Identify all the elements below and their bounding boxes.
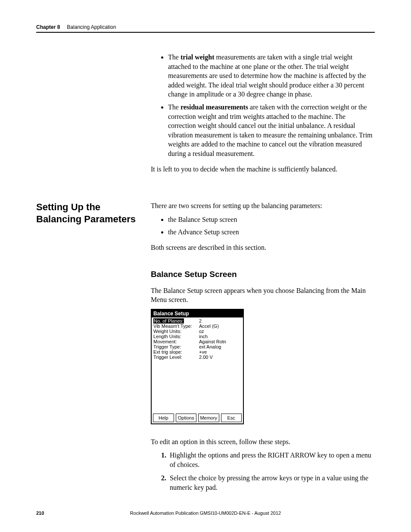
bullet-trial-weight: The trial weight measurements are taken …: [168, 53, 375, 99]
setup-bullet-balance: the Balance Setup screen: [168, 215, 375, 224]
device-row-value: oz: [199, 329, 241, 334]
publication-line: Rockwell Automation Publication GMSI10-U…: [36, 510, 375, 516]
page-footer: 210 Rockwell Automation Publication GMSI…: [36, 510, 375, 516]
device-row-value: Accel (G): [199, 324, 241, 329]
device-row-value: ext Analog: [199, 344, 241, 349]
chapter-title: Balancing Application: [67, 24, 116, 30]
section-heading: Setting Up the Balancing Parameters: [36, 201, 142, 225]
device-row: Vib Measm't Type: Accel (G): [153, 324, 241, 329]
device-row-label: Vib Measm't Type:: [153, 324, 199, 329]
block-continuation: The trial weight measurements are taken …: [36, 53, 375, 178]
device-row: Ext trig slope: +ve: [153, 349, 241, 355]
device-row: Trigger Level: 2.00 V: [153, 355, 241, 360]
subsection-intro: The Balance Setup screen appears when yo…: [151, 286, 375, 305]
softkey-esc[interactable]: Esc: [221, 414, 242, 422]
device-row-label: Trigger Type:: [153, 344, 199, 349]
device-row-value: inch: [199, 334, 241, 339]
device-row-value: Against Rotn: [199, 339, 241, 344]
device-row-label: No. of Planes:: [153, 318, 184, 324]
edit-steps: Highlight the options and press the RIGH…: [151, 451, 375, 492]
device-row: Weight Units: oz: [153, 329, 241, 334]
edit-intro: To edit an option in this screen, follow…: [151, 437, 375, 447]
block-setup: Setting Up the Balancing Parameters Ther…: [36, 201, 375, 498]
device-content: No. of Planes: 2 Vib Measm't Type: Accel…: [152, 317, 243, 412]
device-screenshot: Balance Setup No. of Planes: 2 Vib Measm…: [151, 309, 244, 424]
device-titlebar: Balance Setup: [152, 310, 243, 317]
device-row-label: Movement:: [153, 339, 199, 344]
device-row: Trigger Type: ext Analog: [153, 344, 241, 349]
measurement-bullets: The trial weight measurements are taken …: [151, 53, 375, 159]
para-sufficiently-balanced: It is left to you to decide when the mac…: [151, 165, 375, 174]
setup-bullet-advance: the Advance Setup screen: [168, 227, 375, 237]
softkey-help[interactable]: Help: [153, 414, 174, 422]
setup-intro: There are two screens for setting up the…: [151, 201, 375, 211]
device-row-label: Weight Units:: [153, 329, 199, 334]
device-softkeys: Help Options Memory Esc: [152, 412, 243, 423]
softkey-memory[interactable]: Memory: [198, 414, 219, 422]
step-1: Highlight the options and press the RIGH…: [168, 451, 375, 469]
device-row: Length Units: inch: [153, 334, 241, 339]
chapter-label: Chapter 8: [36, 24, 60, 30]
device-row-label: Trigger Level:: [153, 355, 199, 360]
setup-after: Both screens are described in this secti…: [151, 243, 375, 252]
device-row-selected: No. of Planes: 2: [153, 318, 241, 324]
setup-screens-list: the Balance Setup screen the Advance Set…: [151, 215, 375, 237]
subsection-heading: Balance Setup Screen: [151, 270, 375, 279]
step-2: Select the choice by pressing the arrow …: [168, 473, 375, 492]
device-row-label: Ext trig slope:: [153, 349, 199, 355]
bullet-residual: The residual measurements are taken with…: [168, 103, 375, 159]
device-row-value: +ve: [199, 349, 241, 355]
device-row-value: 2.00 V: [199, 355, 241, 360]
running-header: Chapter 8 Balancing Application: [36, 24, 375, 33]
device-row-label: Length Units:: [153, 334, 199, 339]
device-row-value: 2: [199, 318, 241, 324]
device-row: Movement: Against Rotn: [153, 339, 241, 344]
softkey-options[interactable]: Options: [176, 414, 197, 422]
